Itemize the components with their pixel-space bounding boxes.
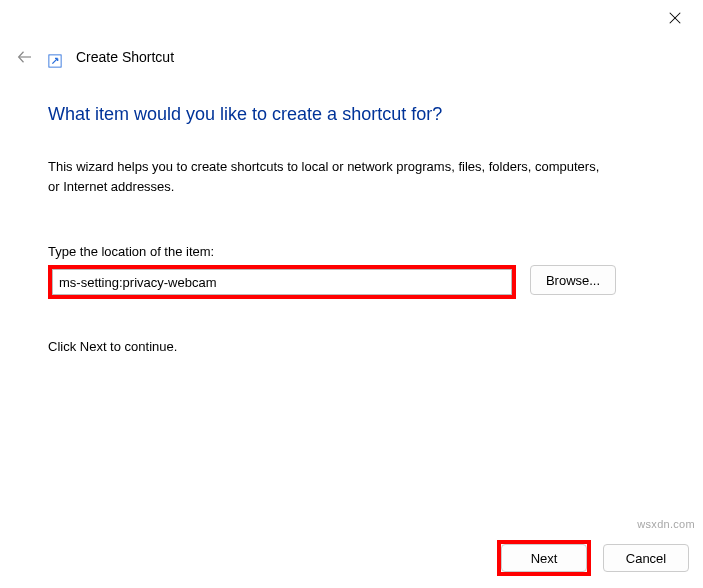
location-input[interactable] xyxy=(52,269,512,295)
location-highlight xyxy=(48,265,516,299)
titlebar xyxy=(0,0,703,36)
back-button[interactable] xyxy=(16,48,34,66)
watermark: wsxdn.com xyxy=(637,518,695,530)
wizard-explanation: This wizard helps you to create shortcut… xyxy=(48,157,608,196)
dialog-header: Create Shortcut xyxy=(0,36,703,68)
continue-text: Click Next to continue. xyxy=(48,339,655,354)
next-button[interactable]: Next xyxy=(501,544,587,572)
location-row: Browse... xyxy=(48,265,655,299)
footer-buttons: Next Cancel xyxy=(497,540,689,576)
next-highlight: Next xyxy=(497,540,591,576)
browse-button[interactable]: Browse... xyxy=(530,265,616,295)
cancel-button[interactable]: Cancel xyxy=(603,544,689,572)
close-button[interactable] xyxy=(665,8,685,28)
back-arrow-icon xyxy=(16,48,34,66)
close-icon xyxy=(668,11,682,25)
shortcut-icon xyxy=(48,54,62,68)
content-area: What item would you like to create a sho… xyxy=(0,68,703,354)
dialog-title: Create Shortcut xyxy=(76,49,174,65)
page-heading: What item would you like to create a sho… xyxy=(48,104,655,125)
location-label: Type the location of the item: xyxy=(48,244,655,259)
